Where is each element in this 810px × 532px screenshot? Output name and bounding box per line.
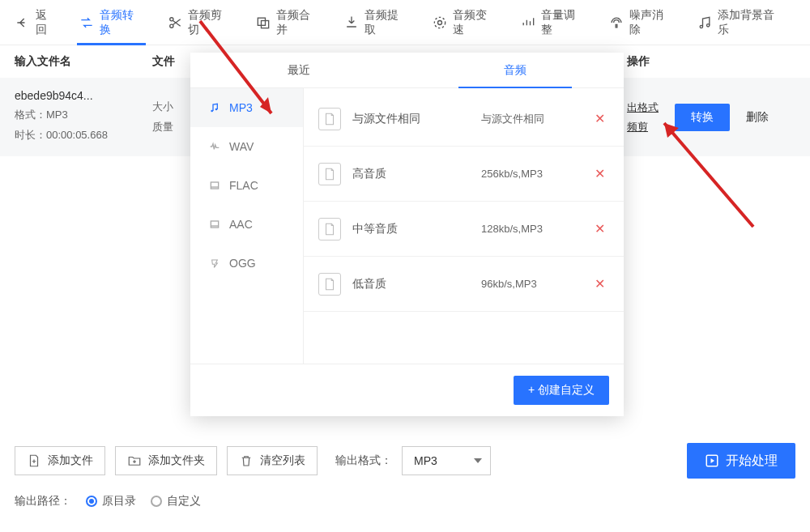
tab-bgm[interactable]: 添加背景音乐 [685, 0, 796, 45]
format-list: MP3 WAV FLAC AAC OGG [190, 88, 304, 364]
start-process-button[interactable]: 开始处理 [687, 443, 795, 479]
convert-icon [79, 15, 95, 31]
remove-quality-icon[interactable]: ✕ [590, 276, 609, 292]
format-item-ogg[interactable]: OGG [190, 244, 303, 283]
aac-icon [208, 218, 221, 231]
clear-list-button[interactable]: 清空列表 [227, 446, 318, 475]
tab-extract[interactable]: 音频提取 [332, 0, 420, 45]
radio-custom-label: 自定义 [167, 494, 201, 509]
col-header-name: 输入文件名 [15, 54, 152, 69]
remove-quality-icon[interactable]: ✕ [590, 111, 609, 126]
add-file-button[interactable]: 添加文件 [15, 446, 105, 475]
file-icon [318, 108, 341, 130]
tab-convert[interactable]: 音频转换 [67, 0, 156, 45]
annotation-arrow-icon [190, 16, 288, 130]
radio-origin[interactable]: 原目录 [86, 494, 136, 509]
file-icon [318, 163, 341, 185]
quality-name: 低音质 [352, 277, 470, 292]
file-icon [318, 273, 341, 296]
svg-point-7 [706, 23, 709, 26]
output-path-label: 输出路径： [15, 494, 71, 509]
format-item-wav[interactable]: WAV [190, 127, 303, 166]
radio-origin-label: 原目录 [102, 494, 136, 509]
speed-icon [432, 15, 448, 31]
tab-label: 音频转换 [100, 8, 144, 37]
quality-value: 与源文件相同 [481, 112, 578, 126]
quality-item[interactable]: 低音质 96kb/s,MP3 ✕ [304, 257, 624, 312]
quality-item[interactable]: 与源文件相同 与源文件相同 ✕ [304, 92, 624, 147]
svg-point-4 [437, 20, 441, 24]
output-format-select[interactable]: MP3 [402, 446, 491, 475]
create-custom-button[interactable]: + 创建自定义 [514, 376, 609, 405]
quality-name: 与源文件相同 [352, 112, 470, 126]
file-name: ebede9b94c4... [15, 89, 152, 102]
tab-label: 音频提取 [364, 8, 409, 37]
file-icon [318, 218, 341, 240]
popup-tab-audio[interactable]: 音频 [407, 53, 625, 87]
add-folder-button[interactable]: 添加文件夹 [115, 446, 217, 475]
tab-label: 音频变速 [453, 8, 497, 37]
noise-icon [608, 15, 625, 31]
bottom-row-path: 输出路径： 原目录 自定义 [15, 488, 795, 514]
quality-value: 256kb/s,MP3 [481, 168, 578, 180]
remove-quality-icon[interactable]: ✕ [590, 221, 609, 236]
popup-footer: + 创建自定义 [190, 364, 624, 416]
svg-point-1 [170, 24, 173, 28]
ogg-icon [208, 257, 221, 270]
format-item-aac[interactable]: AAC [190, 205, 303, 244]
bottom-bar: 添加文件 添加文件夹 清空列表 输出格式： MP3 开始处理 输出路径： 原目录… [0, 443, 810, 532]
svg-line-14 [664, 123, 753, 227]
play-icon [705, 453, 719, 468]
svg-point-0 [170, 17, 173, 20]
tab-label: 添加背景音乐 [718, 8, 785, 37]
file-format: 格式：MP3 [15, 105, 152, 126]
quality-list: 与源文件相同 与源文件相同 ✕ 高音质 256kb/s,MP3 ✕ 中等音质 1… [304, 88, 624, 364]
flac-icon [208, 179, 221, 192]
tab-label: 噪声消除 [629, 8, 674, 37]
remove-quality-icon[interactable]: ✕ [590, 166, 609, 181]
output-format-value: MP3 [414, 454, 437, 467]
tab-noise[interactable]: 噪声消除 [597, 0, 685, 45]
extract-icon [343, 15, 360, 31]
back-label: 返回 [36, 8, 58, 37]
add-file-icon [27, 453, 41, 468]
quality-value: 96kb/s,MP3 [481, 278, 578, 290]
tab-label: 音量调整 [541, 8, 586, 37]
radio-custom[interactable]: 自定义 [151, 494, 201, 509]
scissors-icon [167, 15, 183, 31]
wav-icon [208, 140, 221, 153]
annotation-arrow-icon [648, 113, 761, 235]
bottom-row-actions: 添加文件 添加文件夹 清空列表 输出格式： MP3 开始处理 [15, 443, 795, 479]
quality-item[interactable]: 高音质 256kb/s,MP3 ✕ [304, 147, 624, 202]
quality-name: 高音质 [352, 167, 470, 181]
volume-icon [520, 15, 536, 31]
popup-body: MP3 WAV FLAC AAC OGG 与源文件相同 [190, 88, 624, 364]
format-item-flac[interactable]: FLAC [190, 166, 303, 205]
svg-rect-10 [211, 182, 218, 189]
radio-dot-icon [86, 496, 97, 507]
tab-volume[interactable]: 音量调整 [509, 0, 597, 45]
svg-point-6 [700, 25, 702, 28]
file-name-block: ebede9b94c4... 格式：MP3 时长：00:00:05.668 [15, 89, 152, 145]
arrow-left-icon [15, 15, 31, 31]
format-label: OGG [229, 257, 256, 270]
quality-item[interactable]: 中等音质 128kb/s,MP3 ✕ [304, 202, 624, 257]
trash-icon [239, 453, 254, 468]
svg-line-12 [200, 21, 271, 113]
top-toolbar: 返回 音频转换 音频剪切 音频合并 音频提取 音频变速 音量调整 噪声消除 添加… [0, 0, 810, 45]
file-duration: 时长：00:00:05.668 [15, 126, 152, 146]
music-icon [697, 15, 713, 31]
add-folder-icon [127, 453, 142, 468]
clear-list-label: 清空列表 [260, 453, 305, 468]
format-label: WAV [229, 140, 254, 153]
back-button[interactable]: 返回 [15, 0, 67, 45]
tab-speed[interactable]: 音频变速 [420, 0, 509, 45]
format-label: FLAC [229, 179, 258, 192]
svg-rect-11 [211, 221, 218, 228]
format-label: AAC [229, 218, 253, 231]
op-outfmt-link[interactable]: 出格式 [627, 100, 659, 115]
add-folder-label: 添加文件夹 [148, 453, 205, 468]
start-label: 开始处理 [726, 453, 778, 470]
radio-dot-icon [151, 496, 162, 507]
quality-value: 128kb/s,MP3 [481, 223, 578, 235]
